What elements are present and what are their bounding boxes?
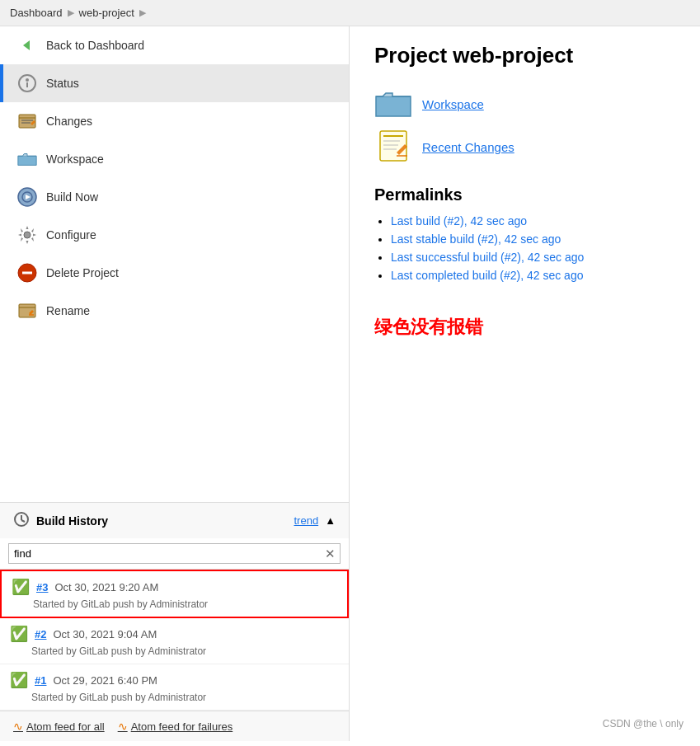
breadcrumb-sep2: ▶ bbox=[139, 7, 146, 18]
svg-point-2 bbox=[26, 78, 29, 82]
build-success-icon-3: ✅ bbox=[12, 578, 30, 596]
build-success-icon-1: ✅ bbox=[10, 671, 28, 689]
atom-feed-failures-link[interactable]: ∿ Atom feed for failures bbox=[118, 720, 233, 733]
annotation-text: 绿色没有报错 bbox=[374, 315, 675, 340]
atom-feed-failures-label: Atom feed for failures bbox=[131, 720, 233, 733]
permalinks-title: Permalinks bbox=[374, 185, 675, 204]
build-list: ✅ #3 Oct 30, 2021 9:20 AM Started by Git… bbox=[0, 570, 349, 711]
main-content: Project web-project Workspace bbox=[350, 26, 700, 741]
build-now-icon bbox=[16, 186, 38, 208]
sidebar-footer: ∿ Atom feed for all ∿ Atom feed for fail… bbox=[0, 711, 349, 741]
permalink-item-0[interactable]: Last build (#2), 42 sec ago bbox=[391, 214, 675, 228]
svg-rect-3 bbox=[26, 82, 28, 87]
breadcrumb-sep1: ▶ bbox=[68, 7, 74, 18]
build-success-icon-2: ✅ bbox=[10, 625, 28, 643]
build-num-3[interactable]: #3 bbox=[36, 581, 48, 594]
build-desc-2: Started by GitLab push by Administrator bbox=[10, 645, 339, 657]
changes-label: Changes bbox=[46, 115, 92, 128]
build-history-controls: trend ▲ bbox=[294, 514, 336, 527]
build-desc-1: Started by GitLab push by Administrator bbox=[10, 692, 339, 703]
breadcrumb-dashboard[interactable]: Dashboard bbox=[10, 7, 63, 19]
sidebar-item-configure[interactable]: Configure bbox=[0, 216, 349, 254]
trend-link[interactable]: trend bbox=[294, 514, 318, 527]
delete-label: Delete Project bbox=[46, 266, 119, 279]
quick-links: Workspace Recent Changes bbox=[374, 85, 675, 166]
find-clear-icon[interactable]: ✕ bbox=[325, 547, 336, 561]
atom-icon-all: ∿ bbox=[13, 720, 23, 733]
permalink-link-2[interactable]: Last successful build (#2), 42 sec ago bbox=[391, 251, 584, 264]
sidebar-item-rename[interactable]: Rename bbox=[0, 292, 349, 330]
build-date-1: Oct 29, 2021 6:40 PM bbox=[53, 674, 157, 687]
quick-link-workspace[interactable]: Workspace bbox=[374, 85, 675, 123]
page-title: Project web-project bbox=[374, 43, 675, 68]
build-history-header: Build History trend ▲ bbox=[0, 502, 349, 538]
find-input[interactable] bbox=[8, 543, 341, 564]
permalink-item-2[interactable]: Last successful build (#2), 42 sec ago bbox=[391, 251, 675, 264]
build-item-2[interactable]: ✅ #2 Oct 30, 2021 9:04 AM Started by Git… bbox=[0, 618, 349, 664]
build-desc-3: Started by GitLab push by Administrator bbox=[12, 598, 337, 610]
find-input-wrap: ✕ bbox=[0, 538, 349, 570]
sidebar-nav: Back to Dashboard Status bbox=[0, 26, 349, 502]
permalink-link-0[interactable]: Last build (#2), 42 sec ago bbox=[391, 214, 527, 228]
sidebar-item-build-now[interactable]: Build Now bbox=[0, 178, 349, 216]
permalinks-list: Last build (#2), 42 sec ago Last stable … bbox=[374, 214, 675, 282]
build-history-title-group: Build History bbox=[13, 511, 108, 530]
build-item-1[interactable]: ✅ #1 Oct 29, 2021 6:40 PM Started by Git… bbox=[0, 664, 349, 711]
build-num-1[interactable]: #1 bbox=[35, 674, 46, 687]
collapse-icon[interactable]: ▲ bbox=[325, 514, 336, 527]
watermark: CSDN @the \ only bbox=[603, 718, 684, 730]
recent-changes-icon bbox=[374, 128, 412, 166]
workspace-label: Workspace bbox=[46, 152, 104, 166]
recent-changes-link-text[interactable]: Recent Changes bbox=[422, 140, 514, 154]
build-history-title: Build History bbox=[36, 514, 108, 528]
quick-link-recent-changes[interactable]: Recent Changes bbox=[374, 128, 675, 166]
build-date-2: Oct 30, 2021 9:04 AM bbox=[53, 628, 157, 640]
svg-line-21 bbox=[21, 520, 25, 522]
sidebar: Back to Dashboard Status bbox=[0, 26, 350, 741]
sidebar-item-status[interactable]: Status bbox=[0, 64, 349, 102]
delete-icon bbox=[16, 262, 38, 284]
status-label: Status bbox=[46, 77, 79, 90]
breadcrumb: Dashboard ▶ web-project ▶ bbox=[0, 0, 700, 26]
permalink-item-3[interactable]: Last completed build (#2), 42 sec ago bbox=[391, 269, 675, 282]
permalink-link-1[interactable]: Last stable build (#2), 42 sec ago bbox=[391, 232, 561, 246]
workspace-link-text[interactable]: Workspace bbox=[422, 97, 484, 111]
atom-feed-all-link[interactable]: ∿ Atom feed for all bbox=[13, 720, 105, 733]
sidebar-item-delete[interactable]: Delete Project bbox=[0, 254, 349, 292]
build-item-3[interactable]: ✅ #3 Oct 30, 2021 9:20 AM Started by Git… bbox=[0, 570, 349, 618]
sidebar-item-workspace[interactable]: Workspace bbox=[0, 140, 349, 178]
sidebar-item-changes[interactable]: Changes bbox=[0, 102, 349, 140]
build-num-2[interactable]: #2 bbox=[35, 628, 46, 640]
svg-marker-0 bbox=[23, 40, 30, 50]
breadcrumb-project[interactable]: web-project bbox=[79, 7, 134, 19]
atom-feed-all-label: Atom feed for all bbox=[26, 720, 105, 733]
status-icon bbox=[16, 73, 38, 94]
back-icon bbox=[16, 35, 38, 56]
svg-point-12 bbox=[24, 232, 31, 238]
build-history-icon bbox=[13, 511, 30, 530]
build-history-section: Build History trend ▲ ✕ ✅ #3 Oct 30, 202… bbox=[0, 502, 349, 741]
back-label: Back to Dashboard bbox=[46, 39, 144, 52]
configure-icon bbox=[16, 224, 38, 246]
sidebar-item-back[interactable]: Back to Dashboard bbox=[0, 26, 349, 64]
atom-icon-failures: ∿ bbox=[118, 720, 128, 733]
permalink-item-1[interactable]: Last stable build (#2), 42 sec ago bbox=[391, 232, 675, 246]
changes-icon bbox=[16, 110, 38, 132]
rename-icon bbox=[16, 300, 38, 321]
permalink-link-3[interactable]: Last completed build (#2), 42 sec ago bbox=[391, 269, 583, 282]
build-date-3: Oct 30, 2021 9:20 AM bbox=[54, 581, 158, 594]
configure-label: Configure bbox=[46, 228, 96, 242]
workspace-folder-icon bbox=[374, 85, 412, 123]
rename-label: Rename bbox=[46, 304, 90, 317]
build-now-label: Build Now bbox=[46, 190, 98, 204]
workspace-icon bbox=[16, 148, 38, 170]
